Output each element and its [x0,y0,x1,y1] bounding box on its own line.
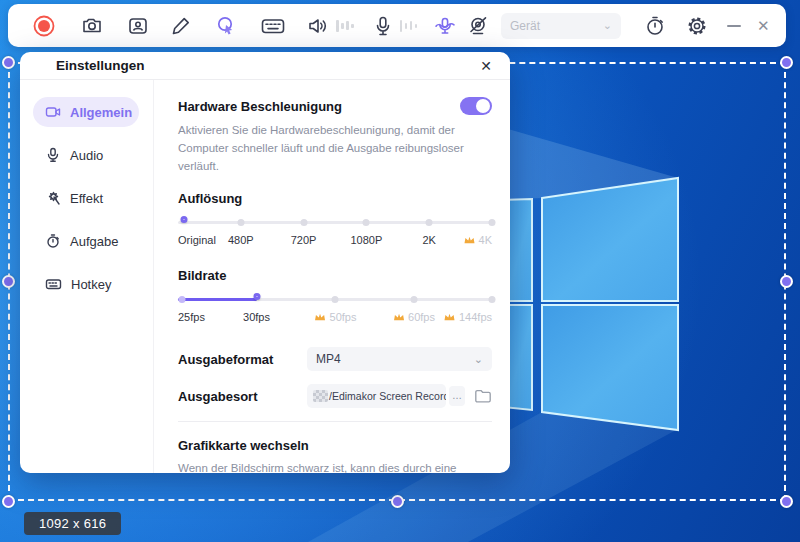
close-icon: ✕ [757,18,770,33]
settings-gear-icon[interactable] [685,14,709,38]
dialog-titlebar: Einstellungen ✕ [20,52,510,80]
tick-144fps: 144fps [443,311,492,323]
webcam-off-icon[interactable] [466,14,490,38]
close-icon: ✕ [480,58,492,74]
sidebar-item-aufgabe[interactable]: Aufgabe [33,226,139,256]
tick-1080p: 1080P [350,234,382,246]
graphics-description: Wenn der Bildschirm schwarz ist, kann di… [178,460,492,473]
framerate-slider-thumb[interactable] [253,293,260,300]
crown-icon [392,312,405,322]
section-divider [178,421,492,422]
hardware-acceleration-toggle[interactable] [460,97,492,115]
keyboard-icon [45,276,62,292]
sidebar-item-label: Audio [70,148,103,163]
hardware-acceleration-description: Aktivieren Sie die Hardwarebeschleunigun… [178,122,492,175]
device-select[interactable]: Gerät ⌄ [501,13,621,39]
resize-handle-top-right[interactable] [780,56,793,69]
sidebar-item-label: Effekt [70,191,103,206]
pencil-annotate-icon[interactable] [170,15,192,37]
framerate-label: Bildrate [178,268,492,283]
sidebar-item-effekt[interactable]: Effekt [33,183,139,213]
tick-25fps: 25fps [178,311,205,323]
graphics-title: Grafikkarte wechseln [178,438,492,453]
crown-icon [314,312,327,322]
dialog-title: Einstellungen [56,58,145,73]
tick-4k: 4K [463,234,492,246]
output-location-value: /Edimakor Screen Recorder [329,390,446,402]
tick-30fps: 30fps [243,311,270,323]
crown-icon [443,312,456,322]
toggle-knob [476,99,490,113]
microphone-icon [45,147,61,163]
output-format-select[interactable]: MP4 ⌄ [307,347,492,371]
sidebar-item-audio[interactable]: Audio [33,140,139,170]
resolution-slider[interactable] [178,216,492,228]
resolution-slider-thumb[interactable] [181,216,188,223]
slider-track[interactable] [178,221,492,224]
sidebar-item-label: Allgemein [70,105,132,120]
tick-720p: 720P [291,234,317,246]
selection-size-badge: 1092 x 616 [24,512,121,535]
recorder-toolbar: Gerät ⌄ ✕ [8,4,786,47]
settings-sidebar: Allgemein Audio Effekt Aufgabe Hotkey [20,80,154,473]
sidebar-item-label: Hotkey [71,277,111,292]
resize-handle-top-left[interactable] [2,56,15,69]
timer-icon[interactable] [643,14,667,38]
magic-wand-icon [45,190,61,206]
chevron-down-icon: ⌄ [474,354,483,365]
minimize-icon [727,25,741,27]
folder-icon [474,388,492,404]
record-button[interactable] [32,14,56,38]
tick-original: Original [178,234,216,246]
dialog-close-button[interactable]: ✕ [480,58,492,74]
resolution-label: Auflösung [178,191,492,206]
tick-2k: 2K [422,234,435,246]
mic-noise-reduction-icon[interactable] [433,14,457,38]
resize-handle-middle-left[interactable] [2,275,15,288]
settings-content: Hardware Beschleunigung Aktivieren Sie d… [154,80,510,473]
more-icon: … [452,390,462,401]
hardware-acceleration-title: Hardware Beschleunigung [178,99,460,114]
timer-icon [45,233,61,249]
framerate-slider[interactable] [178,293,492,305]
redacted-path-prefix [313,390,328,402]
resize-handle-middle-right[interactable] [780,275,793,288]
tick-480p: 480P [228,234,254,246]
sidebar-item-hotkey[interactable]: Hotkey [33,269,139,299]
output-location-label: Ausgabesort [178,389,307,404]
resolution-ticks: Original 480P 720P 1080P 2K 4K [178,234,492,250]
microphone-level-bars [400,19,418,33]
browse-more-button[interactable]: … [449,386,465,406]
screenshot-camera-icon[interactable] [80,14,104,38]
close-button[interactable]: ✕ [757,18,770,33]
output-format-value: MP4 [316,352,341,366]
open-folder-button[interactable] [474,388,492,404]
device-select-value: Gerät [510,19,540,33]
resize-handle-bottom-center[interactable] [391,495,404,508]
output-location-field[interactable]: /Edimakor Screen Recorder [307,384,446,408]
speaker-level-bars [336,19,354,33]
tick-60fps: 60fps [392,311,435,323]
video-camera-icon [45,104,61,120]
framerate-ticks: 25fps 30fps 50fps 60fps 144fps [178,311,492,327]
speaker-icon[interactable] [306,14,330,38]
resize-handle-bottom-right[interactable] [780,495,793,508]
tick-50fps: 50fps [314,311,357,323]
output-format-label: Ausgabeformat [178,352,307,367]
chevron-down-icon: ⌄ [603,20,612,31]
sidebar-item-label: Aufgabe [70,234,118,249]
sidebar-item-allgemein[interactable]: Allgemein [33,97,139,127]
minimize-button[interactable] [727,25,741,27]
cursor-highlight-icon[interactable] [214,14,238,38]
settings-dialog: Einstellungen ✕ Allgemein Audio Effekt A… [20,52,510,473]
webcam-panel-icon[interactable] [126,14,150,38]
resize-handle-bottom-left[interactable] [2,495,15,508]
crown-icon [463,235,476,245]
keyboard-overlay-icon[interactable] [260,15,286,37]
microphone-icon[interactable] [372,14,394,38]
